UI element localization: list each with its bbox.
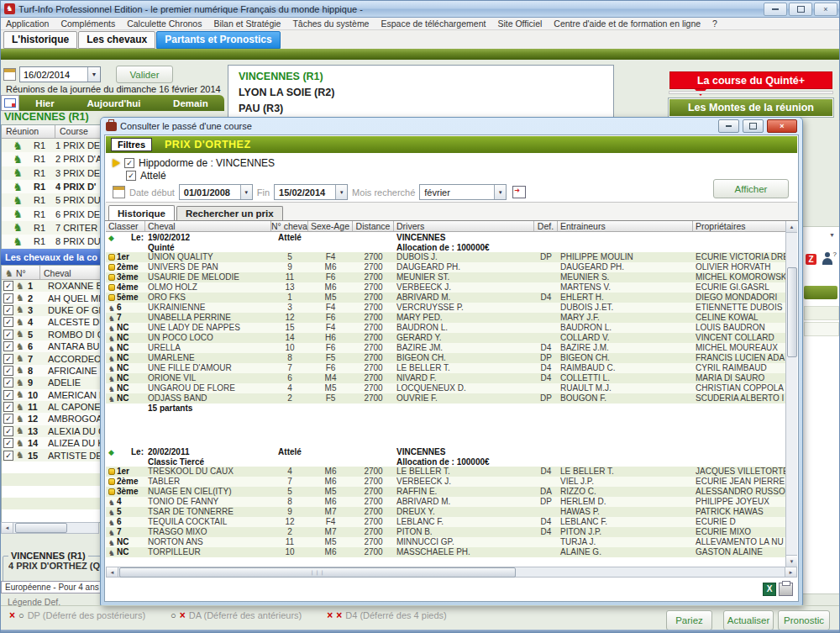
restore-button[interactable]	[789, 3, 812, 16]
horse-checkbox[interactable]: ✓	[3, 354, 13, 364]
result-row[interactable]: 3èmeUSAURIE DE MELODIE11F62700MEUNIER ST…	[106, 272, 786, 282]
minimize-button[interactable]	[764, 3, 787, 16]
meeting-item[interactable]: LYON LA SOIE (R2)	[239, 87, 613, 98]
result-row[interactable]: 4èmeOLMO HOLZ13M62700VERBEECK J.MARTENS …	[106, 282, 786, 293]
montes-banner[interactable]: Les Montes de la réunion	[669, 98, 833, 117]
horse-checkbox[interactable]: ✓	[3, 341, 13, 351]
close-button[interactable]: ×	[814, 3, 837, 16]
menu-item[interactable]: Espace de téléchargement	[381, 18, 486, 29]
result-row[interactable]: 2èmeTABLER7M62700VERBEECK J.VIEL J.P.ECU…	[106, 477, 786, 487]
dialog-tab[interactable]: Historique	[108, 205, 175, 220]
result-row[interactable]: ♞7UNABELLA PERRINE12F62700MARY PED.MARY …	[106, 313, 786, 323]
chevron-down-icon[interactable]: ▼	[87, 67, 100, 82]
result-row[interactable]: ♞NCODJASS BAND2F52700OUVRIE F.DPBOUGON F…	[106, 393, 786, 404]
result-row[interactable]: ♞NCURELLA10F62700BAZIRE JM.D4BAZIRE J.M.…	[106, 343, 786, 353]
print-icon[interactable]	[779, 583, 793, 596]
hippodrome-checkbox[interactable]: ✓	[124, 158, 134, 168]
header-cell[interactable]: Classer	[106, 221, 145, 232]
pronostic-button[interactable]: Pronostic	[778, 610, 830, 630]
header-cell[interactable]: Drivers	[394, 221, 534, 232]
scroll-right-icon[interactable]: ►	[785, 567, 796, 577]
menu-item[interactable]: Tâches du système	[292, 18, 369, 29]
mois-select[interactable]: février ▼	[419, 184, 507, 200]
scroll-thumb[interactable]	[787, 267, 797, 357]
horse-checkbox[interactable]: ✓	[3, 281, 13, 291]
result-row[interactable]: ♞6UKRAINIENNE3F42700VERCRUYSSE P.DUBOIS …	[106, 303, 786, 313]
menu-item[interactable]: Compléments	[60, 18, 115, 29]
menu-item[interactable]: Application	[6, 18, 49, 29]
header-cell[interactable]: Distance	[353, 221, 394, 232]
result-row[interactable]: ♞6TEQUILA COCKTAIL12F42700LEBLANC F.D4LE…	[106, 517, 786, 527]
horse-checkbox[interactable]: ✓	[3, 402, 13, 412]
dialog-maximize-button[interactable]	[743, 119, 764, 133]
menu-item[interactable]: Site Officiel	[497, 18, 542, 29]
scroll-down-icon[interactable]: ▼	[786, 555, 797, 567]
result-row[interactable]: ♞NCORIONE VIL6M42700NIVARD F.D4COLLETTI …	[106, 373, 786, 383]
header-cell[interactable]: Def.	[534, 221, 558, 232]
menu-item[interactable]: Centre d'aide et de formation en ligne	[554, 18, 701, 29]
filtres-tab[interactable]: Filtres	[111, 138, 152, 151]
date-debut-select[interactable]: 01/01/2008 ▼	[179, 184, 253, 200]
chevron-down-icon[interactable]: ▼	[829, 232, 835, 238]
scroll-left-icon[interactable]: ◄	[107, 567, 118, 577]
date-select[interactable]: 16/02/2014 ▼	[19, 66, 101, 82]
valider-button[interactable]: Valider	[116, 66, 173, 83]
chevron-down-icon[interactable]: ▼	[335, 185, 347, 199]
horse-checkbox[interactable]: ✓	[3, 293, 13, 303]
planning-icon[interactable]	[1, 95, 19, 111]
meeting-item[interactable]: PAU (R3)	[239, 103, 613, 114]
table-vertical-scrollbar[interactable]: ▲ ▼	[785, 221, 797, 567]
result-row[interactable]: ♞NCNORTON ANS11M52700MINNUCCI GP.TURJA J…	[106, 537, 786, 547]
afficher-button[interactable]: Afficher	[713, 179, 789, 198]
result-row[interactable]: 3èmeNUAGE EN CIEL(ITY)5M52700RAFFIN E.DA…	[106, 487, 786, 497]
result-row[interactable]: ♞NCUN POCO LOCO14H62700GERARD Y.COLLARD …	[106, 333, 786, 343]
day-nav-item[interactable]: Hier	[35, 98, 54, 108]
result-row[interactable]: ♞NCUNE LADY DE NAPPES15F42700BAUDRON L.B…	[106, 323, 786, 333]
fin-select[interactable]: 15/02/2014 ▼	[274, 184, 348, 200]
result-row[interactable]: ♞7TRASGO MIXO2M72700PITON B.D4PITON J.P.…	[106, 527, 786, 537]
horse-checkbox[interactable]: ✓	[3, 438, 13, 448]
scroll-thumb[interactable]: ❘❘❘	[119, 567, 516, 578]
scroll-up-icon[interactable]: ▲	[786, 221, 797, 233]
result-row[interactable]: ♞5TSAR DE TONNERRE9M72700DREUX Y.HAWAS P…	[106, 507, 786, 517]
main-tab[interactable]: L'historique	[3, 31, 77, 49]
scroll-left-icon[interactable]: ◄	[2, 523, 13, 533]
excel-export-icon[interactable]: X	[763, 583, 776, 596]
horse-checkbox[interactable]: ✓	[3, 330, 13, 340]
result-row[interactable]: 5èmeORO FKS1M52700ABRIVARD M.D4EHLERT H.…	[106, 293, 786, 303]
horse-checkbox[interactable]: ✓	[3, 366, 13, 376]
meeting-item[interactable]: VINCENNES (R1)	[239, 71, 613, 82]
dialog-close-button[interactable]: ×	[767, 119, 797, 133]
horse-checkbox[interactable]: ✓	[3, 414, 13, 424]
header-cell[interactable]: Cheval	[145, 221, 271, 232]
scroll-thumb[interactable]	[15, 523, 67, 533]
result-row[interactable]: ♞NCUNGAROU DE FLORE4M52700LOCQUENEUX D.R…	[106, 383, 786, 393]
result-row[interactable]: ♞4TONIO DE FANNY8M62700ABRIVARD M.DPHERL…	[106, 497, 786, 507]
horse-checkbox[interactable]: ✓	[3, 390, 13, 400]
result-row[interactable]: 1erTRESKOOL DU CAUX4M62700LE BELLER T.D4…	[106, 467, 786, 477]
horse-checkbox[interactable]: ✓	[3, 451, 13, 461]
header-cell[interactable]: Propriétaires	[693, 221, 786, 232]
quinte-banner[interactable]: La course du Quinté+	[669, 71, 832, 89]
header-cell[interactable]: N° cheval	[271, 221, 308, 232]
attele-checkbox[interactable]: ✓	[126, 171, 136, 181]
help-person-icon[interactable]: ?	[822, 252, 835, 266]
main-tab[interactable]: Partants et Pronostics	[156, 31, 280, 49]
dialog-tab[interactable]: Rechercher un prix	[176, 206, 283, 220]
main-tab[interactable]: Les chevaux	[78, 31, 155, 49]
result-row[interactable]: ♞NCTORPILLEUR10M62700MASSCHAELE PH.ALAIN…	[106, 547, 786, 557]
menu-item[interactable]: ?	[712, 18, 717, 29]
header-cell[interactable]: Entraineurs	[558, 221, 693, 232]
chevron-down-icon[interactable]: ▼	[240, 185, 252, 199]
race-group-header[interactable]: ◆Le:19/02/2012AtteléVINCENNES	[106, 232, 786, 243]
chevron-down-icon[interactable]: ▼	[494, 185, 506, 199]
export-icon[interactable]	[512, 186, 526, 198]
result-row[interactable]: 2èmeUNIVERS DE PAN9M62700DAUGEARD PH.DAU…	[106, 262, 786, 272]
day-nav-item[interactable]: Aujourd'hui	[87, 98, 140, 108]
actualiser-button[interactable]: Actualiser	[723, 610, 774, 630]
result-row[interactable]: 1erUNION QUALITY5F42700DUBOIS J.DPPHILIP…	[106, 252, 786, 262]
result-row[interactable]: ♞NCUNE FILLE D'AMOUR7F62700LE BELLER T.D…	[106, 363, 786, 373]
menu-item[interactable]: Bilan et Stratégie	[213, 18, 281, 29]
left-horizontal-scrollbar[interactable]: ◄	[1, 522, 99, 534]
z-icon[interactable]: Z	[806, 254, 816, 265]
